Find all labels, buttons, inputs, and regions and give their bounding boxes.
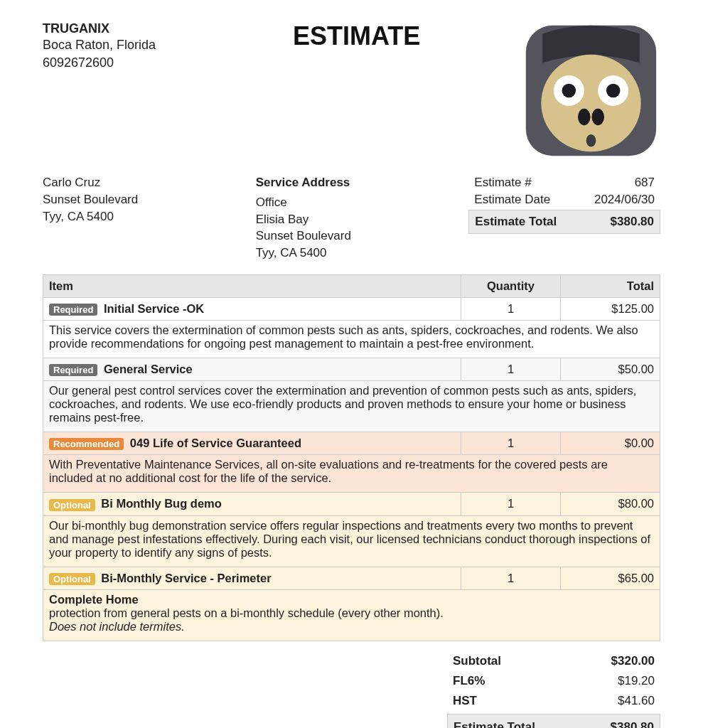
item-name: Bi-Monthly Service - Perimeter xyxy=(98,572,272,584)
item-tag: Optional xyxy=(49,499,95,511)
table-row-desc: With Preventative Maintenance Services, … xyxy=(43,455,660,493)
service-address-heading: Service Address xyxy=(256,174,448,191)
item-description: Complete Homeprotection from general pes… xyxy=(43,589,660,641)
item-description: Our general pest control services cover … xyxy=(43,381,660,432)
item-name: General Service xyxy=(100,363,192,375)
estimate-total-label: Estimate Total xyxy=(475,215,557,229)
item-tag: Required xyxy=(49,304,97,316)
item-qty: 1 xyxy=(461,432,561,455)
estimate-date-label: Estimate Date xyxy=(474,193,550,207)
document-title: ESTIMATE xyxy=(272,21,522,51)
customer-line2: Tyy, CA 5400 xyxy=(43,208,235,225)
item-qty: 1 xyxy=(461,297,561,320)
service-address-block: Service Address Office Elisia Bay Sunset… xyxy=(256,174,448,262)
service-address-line4: Tyy, CA 5400 xyxy=(256,245,448,262)
item-tag: Required xyxy=(49,364,97,376)
table-row: Optional Bi-Monthly Service - Perimeter1… xyxy=(43,567,660,589)
item-qty: 1 xyxy=(461,358,561,381)
totals-block: Subtotal $320.00 FL6% $19.20 HST $41.60 … xyxy=(447,651,660,728)
col-item: Item xyxy=(43,274,461,297)
col-total: Total xyxy=(561,274,660,297)
company-logo xyxy=(522,21,660,160)
svg-point-5 xyxy=(606,84,621,98)
tax2-value: $41.60 xyxy=(618,694,655,708)
estimate-number: 687 xyxy=(635,176,655,190)
tax1-value: $19.20 xyxy=(618,674,655,688)
item-name: Bi Monthly Bug demo xyxy=(98,497,222,510)
item-description: Our bi-monthly bug demonstration service… xyxy=(43,515,660,567)
tax2-label: HST xyxy=(453,694,477,708)
item-description: With Preventative Maintenance Services, … xyxy=(43,455,660,493)
estimate-date: 2024/06/30 xyxy=(594,193,655,207)
company-name: TRUGANIX xyxy=(43,21,272,36)
subtotal-label: Subtotal xyxy=(453,654,501,668)
tax1-label: FL6% xyxy=(453,674,485,688)
table-row: Recommended 049 Life of Service Guarante… xyxy=(43,432,660,455)
table-row: Required General Service1$50.00 xyxy=(43,358,660,381)
service-address-line3: Sunset Boulevard xyxy=(256,228,448,245)
item-qty: 1 xyxy=(461,567,561,589)
company-block: TRUGANIX Boca Raton, Florida 6092672600 xyxy=(43,21,272,72)
gorilla-icon xyxy=(522,21,660,160)
subtotal-value: $320.00 xyxy=(611,654,655,668)
company-phone: 6092672600 xyxy=(43,54,272,72)
item-name: Initial Service -OK xyxy=(100,302,204,315)
customer-line1: Sunset Boulevard xyxy=(43,191,235,208)
item-qty: 1 xyxy=(461,493,561,515)
service-address-line1: Office xyxy=(256,194,448,211)
table-row: Required Initial Service -OK1$125.00 xyxy=(43,297,660,320)
items-table: Item Quantity Total Required Initial Ser… xyxy=(43,274,660,641)
grand-total-value: $380.80 xyxy=(611,720,654,728)
svg-point-6 xyxy=(578,109,591,125)
estimate-number-label: Estimate # xyxy=(474,176,531,190)
svg-point-4 xyxy=(562,84,576,98)
estimate-meta-block: Estimate # 687 Estimate Date 2024/06/30 … xyxy=(468,174,660,234)
company-address: Boca Raton, Florida xyxy=(43,36,272,54)
estimate-total: $380.80 xyxy=(611,215,654,229)
table-row-desc: Complete Homeprotection from general pes… xyxy=(43,589,660,641)
item-total: $125.00 xyxy=(561,297,660,320)
item-total: $50.00 xyxy=(561,358,660,381)
table-row-desc: This service covers the extermination of… xyxy=(43,321,660,358)
service-address-line2: Elisia Bay xyxy=(256,211,448,228)
item-total: $80.00 xyxy=(561,493,660,515)
item-tag: Recommended xyxy=(49,438,124,450)
customer-block: Carlo Cruz Sunset Boulevard Tyy, CA 5400 xyxy=(43,174,235,225)
item-name: 049 Life of Service Guaranteed xyxy=(127,437,301,449)
svg-point-8 xyxy=(586,134,596,147)
table-row-desc: Our general pest control services cover … xyxy=(43,381,660,432)
table-row: Optional Bi Monthly Bug demo1$80.00 xyxy=(43,493,660,515)
item-total: $0.00 xyxy=(561,432,660,455)
grand-total-label: Estimate Total xyxy=(454,720,535,728)
col-qty: Quantity xyxy=(461,274,561,297)
item-description: This service covers the extermination of… xyxy=(43,321,660,358)
item-total: $65.00 xyxy=(561,567,660,589)
item-tag: Optional xyxy=(49,573,95,585)
svg-point-7 xyxy=(591,109,604,125)
customer-name: Carlo Cruz xyxy=(43,174,235,191)
table-row-desc: Our bi-monthly bug demonstration service… xyxy=(43,515,660,567)
